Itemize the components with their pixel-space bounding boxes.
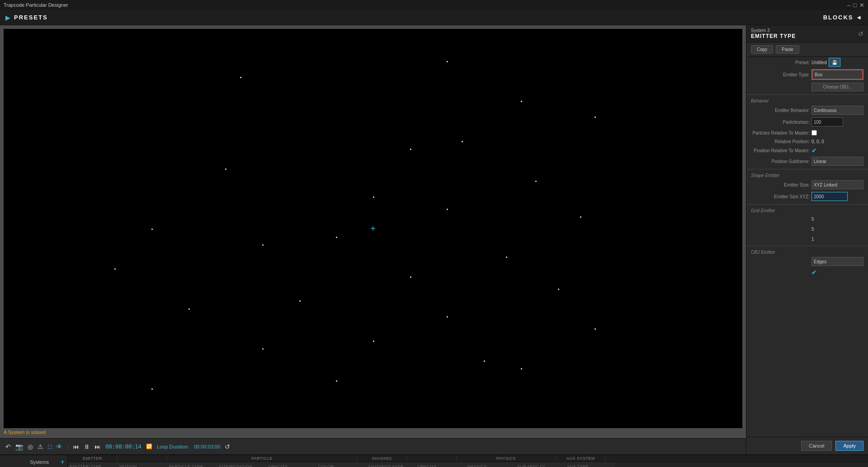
emitter-size-xyz-input[interactable]: [811, 192, 848, 201]
snapshot-btn[interactable]: 📷: [15, 443, 23, 450]
region-btn[interactable]: □: [48, 443, 52, 450]
obj-edges-row: Edges Vertices Faces: [746, 256, 868, 267]
title-bar: Trapcode Particular Designer – □ ✕: [0, 0, 868, 10]
rp-emitter-type-row: Emitter Type: Box Sphere Light Point: [746, 68, 868, 81]
particles-relative-label: Particles Relative To Master:: [751, 131, 810, 135]
topbar-left: ▶ PRESETS: [5, 14, 48, 21]
emitter-type-highlight: Box Sphere Light Point: [811, 69, 863, 80]
emitter-size-dropdown[interactable]: XYZ Linked XYZ Individual: [811, 180, 863, 189]
emitter-type-dropdown-wrapper: Box Sphere Light Point: [812, 70, 863, 79]
sub-shading: SHADING/LAYER: [366, 462, 416, 467]
position-subframe-dd-wrapper: Linear None: [811, 157, 863, 166]
relative-position-row: Relative Position: 0, 0, 0: [746, 138, 868, 145]
presets-label[interactable]: PRESETS: [14, 14, 48, 21]
systems-panel: Emitter Systems + Master System ▼ System…: [0, 455, 68, 467]
obj-edges-dropdown[interactable]: Edges Vertices Faces: [811, 257, 863, 266]
grid-val1: 5: [811, 217, 816, 222]
emitter-size-row: Emitter Size: XYZ Linked XYZ Individual: [746, 179, 868, 191]
obj-checkmark: ✔: [811, 269, 817, 276]
emitter-type-dropdown[interactable]: Box Sphere Light Point: [812, 70, 863, 79]
loop-label: Loop Duration:: [157, 444, 189, 449]
cancel-apply-row: Cancel Apply: [746, 437, 868, 454]
particles-sec-row: Particles/sec:: [746, 116, 868, 128]
loop-reset-btn[interactable]: ↺: [225, 443, 230, 450]
choose-obj-btn[interactable]: Choose OBJ...: [811, 83, 863, 91]
top-bar: ▶ PRESETS BLOCKS ◄: [0, 10, 868, 25]
sub-particle-type: PARTICLE TYPE: [167, 462, 217, 467]
sub-physics: PHYSICS: [466, 462, 515, 467]
undo-btn[interactable]: ↶: [5, 443, 11, 450]
sub-motion: MOTION: [118, 462, 167, 467]
current-time: 00:00:00:14: [105, 444, 141, 450]
apply-btn[interactable]: Apply: [835, 441, 863, 451]
particles-sec-input[interactable]: [811, 117, 843, 126]
bottom-section: Emitter Systems + Master System ▼ System…: [0, 454, 868, 467]
systems-tracks: Emitter Systems + Master System ▼ System…: [0, 455, 868, 467]
right-panel: System 3 EMITTER TYPE ↺ Copy Paste Prese…: [746, 25, 868, 454]
position-subframe-row: Position Subframe: Linear None: [746, 155, 868, 167]
minimize-btn[interactable]: –: [847, 2, 850, 9]
track-section-header: Emitter Particle Shading Physics Aux Sys…: [68, 455, 868, 462]
particles-relative-checkbox[interactable]: [811, 130, 817, 135]
loop-icon[interactable]: 🔁: [146, 444, 152, 449]
skip-fwd-btn[interactable]: ⏭: [94, 443, 101, 450]
sub-aux-type: AUX TYPE: [565, 462, 615, 467]
systems-header: Emitter Systems +: [3, 458, 65, 466]
obj-emitter-section-label: OBJ Emitter: [746, 248, 868, 256]
close-btn[interactable]: ✕: [859, 2, 864, 9]
rp-section-title: EMITTER TYPE: [751, 33, 796, 39]
section-shading: Shading: [357, 455, 407, 462]
paste-btn[interactable]: Paste: [776, 45, 799, 54]
rp-system-name: System 3: [751, 28, 796, 33]
position-relative-label: Position Relative To Master:: [751, 148, 810, 153]
divider3: [746, 204, 868, 205]
rp-header: System 3 EMITTER TYPE ↺: [746, 25, 868, 42]
preset-label: Preset:: [751, 60, 810, 65]
divider1: [746, 94, 868, 95]
divider2: [746, 169, 868, 169]
cancel-btn[interactable]: Cancel: [801, 441, 832, 451]
emitter-size-xyz-label: Emitter Size XYZ:: [751, 194, 810, 199]
blocks-label[interactable]: BLOCKS ◄: [823, 14, 863, 21]
rp-reset-btn[interactable]: ↺: [858, 30, 863, 37]
pause-btn[interactable]: ⏸: [84, 443, 90, 450]
position-relative-check: ✔: [811, 147, 817, 154]
emitter-type-label: Emitter Type:: [751, 72, 810, 77]
eye-btn[interactable]: 👁: [56, 443, 62, 450]
sub-opacity2: OPACITY: [416, 462, 466, 467]
sub-header-row: EMITTER TYPE MOTION PARTICLE TYPE SIZE/R…: [68, 462, 868, 467]
position-subframe-dropdown[interactable]: Linear None: [811, 157, 863, 166]
copy-btn[interactable]: Copy: [751, 45, 773, 54]
sub-sub-misc: SUB-MISC CL...: [515, 462, 565, 467]
crosshair-icon: +: [370, 224, 376, 233]
position-relative-row: Position Relative To Master: ✔: [746, 145, 868, 155]
restore-btn[interactable]: □: [853, 2, 857, 9]
section-emitter2: [118, 455, 167, 462]
rp-preset-row: Preset: Untitled 💾: [746, 57, 868, 68]
systems-title: Systems: [30, 459, 49, 465]
emitter-behavior-dropdown[interactable]: Continuous Explode: [811, 106, 863, 115]
preview-canvas: +: [4, 29, 742, 428]
particles-sec-label: Particles/sec:: [751, 120, 810, 125]
solo-text: A System is soloed: [0, 428, 746, 436]
grid-emitter-section-label: Grid Emitter: [746, 206, 868, 214]
section-aux: Aux System: [556, 455, 606, 462]
presets-arrow-icon[interactable]: ▶: [5, 14, 10, 21]
tracks-area: Emitter Particle Shading Physics Aux Sys…: [68, 455, 868, 467]
sub-emitter-type: EMITTER TYPE: [68, 462, 118, 467]
emitter-size-xyz-row: Emitter Size XYZ:: [746, 191, 868, 202]
preset-value: Untitled: [811, 60, 827, 65]
skip-back-btn[interactable]: ⏮: [73, 443, 79, 450]
grid-row1: 5: [746, 214, 868, 224]
canvas-area: + A System is soloed ↶ 📷 ◎ ⚠ □ 👁 | ⏮ ⏸ ⏭…: [0, 25, 746, 454]
oscilloscope-btn[interactable]: ◎: [28, 443, 33, 450]
warning-btn[interactable]: ⚠: [38, 443, 43, 450]
sub-color: COLOR: [316, 462, 366, 467]
window-controls[interactable]: – □ ✕: [847, 2, 864, 9]
add-system-btn[interactable]: +: [61, 458, 65, 466]
transport-bar: ↶ 📷 ◎ ⚠ □ 👁 | ⏮ ⏸ ⏭ 00:00:00:14 🔁 Loop D…: [0, 438, 746, 454]
sub-opacity: OPACITY: [267, 462, 316, 467]
rp-copy-paste-row: Copy Paste: [746, 42, 868, 57]
grid-val2: 5: [811, 227, 816, 232]
preset-save-btn[interactable]: 💾: [829, 58, 840, 67]
